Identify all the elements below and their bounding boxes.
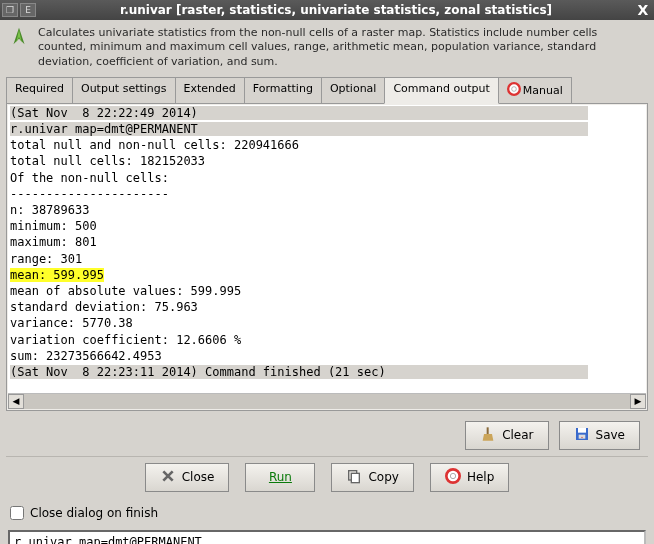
action-buttons: Close Run Copy Help	[0, 457, 654, 502]
help-label: Help	[467, 470, 494, 484]
svg-point-1	[511, 87, 516, 92]
close-icon	[160, 468, 176, 487]
scroll-left-icon[interactable]: ◀	[8, 394, 24, 409]
run-label: Run	[269, 470, 292, 484]
svg-point-6	[581, 437, 582, 438]
horizontal-scrollbar[interactable]: ◀ ▶	[8, 393, 646, 409]
command-line-input[interactable]: r.univar map=dmt@PERMANENT	[8, 530, 646, 544]
close-dialog-checkbox[interactable]	[10, 506, 24, 520]
copy-icon	[346, 468, 362, 487]
window-minimize-button[interactable]: ❐	[2, 3, 18, 17]
copy-button[interactable]: Copy	[331, 463, 413, 492]
tab-output-settings[interactable]: Output settings	[72, 77, 176, 103]
tab-manual[interactable]: Manual	[498, 77, 572, 103]
grass-icon	[8, 26, 30, 48]
close-dialog-row: Close dialog on finish	[0, 502, 654, 524]
tab-required[interactable]: Required	[6, 77, 73, 103]
tab-extended[interactable]: Extended	[175, 77, 245, 103]
lifebuoy-icon	[445, 468, 461, 487]
svg-rect-8	[352, 473, 360, 482]
svg-point-10	[450, 473, 455, 478]
tab-manual-label: Manual	[523, 83, 563, 96]
close-label: Close	[182, 470, 215, 484]
output-buttons: Clear Save	[0, 411, 654, 456]
svg-rect-4	[578, 428, 586, 433]
tab-optional[interactable]: Optional	[321, 77, 386, 103]
run-button[interactable]: Run	[245, 463, 315, 492]
lifebuoy-icon	[507, 82, 521, 99]
broom-icon	[480, 426, 496, 445]
scroll-track[interactable]	[24, 394, 630, 409]
window-close-button[interactable]: X	[634, 2, 652, 18]
clear-button[interactable]: Clear	[465, 421, 548, 450]
svg-rect-5	[578, 435, 585, 439]
scroll-right-icon[interactable]: ▶	[630, 394, 646, 409]
window-title: r.univar [raster, statistics, univariate…	[38, 3, 634, 17]
header: Calculates univariate statistics from th…	[0, 20, 654, 75]
clear-label: Clear	[502, 428, 533, 442]
svg-rect-2	[487, 427, 489, 434]
window-maximize-button[interactable]: E	[20, 3, 36, 17]
tab-bar: Required Output settings Extended Format…	[6, 77, 648, 103]
save-button[interactable]: Save	[559, 421, 640, 450]
save-label: Save	[596, 428, 625, 442]
floppy-icon	[574, 426, 590, 445]
command-output-text[interactable]: (Sat Nov 8 22:22:49 2014) r.univar map=d…	[8, 105, 646, 393]
tab-command-output[interactable]: Command output	[384, 77, 498, 104]
close-button[interactable]: Close	[145, 463, 230, 492]
tab-formatting[interactable]: Formatting	[244, 77, 322, 103]
output-panel: (Sat Nov 8 22:22:49 2014) r.univar map=d…	[6, 103, 648, 411]
titlebar: ❐ E r.univar [raster, statistics, univar…	[0, 0, 654, 20]
help-button[interactable]: Help	[430, 463, 509, 492]
copy-label: Copy	[368, 470, 398, 484]
module-description: Calculates univariate statistics from th…	[38, 26, 646, 69]
close-dialog-label: Close dialog on finish	[30, 506, 158, 520]
